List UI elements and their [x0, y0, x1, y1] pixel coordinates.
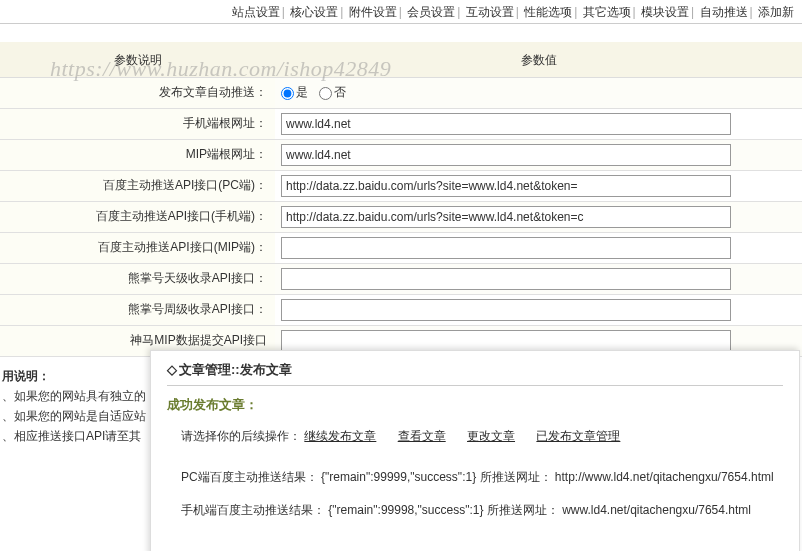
- op-continue-publish[interactable]: 继续发布文章: [304, 429, 376, 443]
- table-row: 熊掌号天级收录API接口：: [0, 263, 802, 294]
- push-result-mobile: 手机端百度主动推送结果： {"remain":99998,"success":1…: [181, 502, 783, 519]
- op-edit-article[interactable]: 更改文章: [467, 429, 515, 443]
- op-view-article[interactable]: 查看文章: [398, 429, 446, 443]
- nav-item[interactable]: 自动推送: [700, 5, 748, 19]
- baidu-push-pc-input[interactable]: [281, 175, 731, 197]
- nav-item[interactable]: 会员设置: [407, 5, 455, 19]
- xiongzhang-daily-input[interactable]: [281, 268, 731, 290]
- row-label: 手机端根网址：: [0, 108, 275, 139]
- usage-notes: 用说明： 、如果您的网站具有独立的 、如果您的网站是自适应站 、相应推送接口AP…: [0, 362, 150, 450]
- top-nav: 站点设置| 核心设置| 附件设置| 会员设置| 互动设置| 性能选项| 其它选项…: [0, 0, 802, 24]
- autopush-radio-group: 是 否: [281, 85, 354, 99]
- nav-item[interactable]: 模块设置: [641, 5, 689, 19]
- table-row: 发布文章自动推送： 是 否: [0, 78, 802, 108]
- usage-title: 用说明：: [2, 369, 50, 383]
- col-header-value: 参数值: [275, 42, 802, 77]
- nav-item[interactable]: 站点设置: [232, 5, 280, 19]
- row-label: 发布文章自动推送：: [0, 78, 275, 108]
- autopush-no[interactable]: 否: [319, 85, 346, 99]
- row-label: 百度主动推送API接口(MIP端)：: [0, 232, 275, 263]
- row-label: 熊掌号天级收录API接口：: [0, 263, 275, 294]
- panel-subtitle: 成功发布文章：: [167, 396, 783, 414]
- shenma-mip-input[interactable]: [281, 330, 731, 352]
- panel-title: 文章管理::发布文章: [167, 361, 783, 386]
- mip-root-url-input[interactable]: [281, 144, 731, 166]
- ops-prefix: 请选择你的后续操作：: [181, 429, 301, 443]
- nav-item[interactable]: 添加新: [758, 5, 794, 19]
- table-header: 参数说明 参数值: [0, 42, 802, 78]
- nav-item[interactable]: 性能选项: [524, 5, 572, 19]
- row-label: 熊掌号周级收录API接口：: [0, 294, 275, 325]
- table-row: 百度主动推送API接口(PC端)：: [0, 170, 802, 201]
- table-row: 熊掌号周级收录API接口：: [0, 294, 802, 325]
- xiongzhang-weekly-input[interactable]: [281, 299, 731, 321]
- table-row: MIP端根网址：: [0, 139, 802, 170]
- row-label: 百度主动推送API接口(PC端)：: [0, 170, 275, 201]
- op-manage-published[interactable]: 已发布文章管理: [536, 429, 620, 443]
- usage-line: 、如果您的网站是自适应站: [2, 409, 146, 423]
- nav-item[interactable]: 附件设置: [349, 5, 397, 19]
- mobile-root-url-input[interactable]: [281, 113, 731, 135]
- publish-result-panel: 文章管理::发布文章 成功发布文章： 请选择你的后续操作： 继续发布文章 查看文…: [150, 350, 800, 551]
- table-row: 百度主动推送API接口(手机端)：: [0, 201, 802, 232]
- push-result-pc: PC端百度主动推送结果： {"remain":99999,"success":1…: [181, 469, 783, 486]
- table-row: 百度主动推送API接口(MIP端)：: [0, 232, 802, 263]
- col-header-label: 参数说明: [0, 42, 275, 77]
- panel-ops: 请选择你的后续操作： 继续发布文章 查看文章 更改文章 已发布文章管理: [181, 428, 783, 445]
- settings-table: 发布文章自动推送： 是 否 手机端根网址： MIP端根网址： 百度主动推送API…: [0, 78, 802, 357]
- nav-item[interactable]: 其它选项: [583, 5, 631, 19]
- nav-item[interactable]: 核心设置: [290, 5, 338, 19]
- autopush-yes[interactable]: 是: [281, 85, 308, 99]
- table-row: 手机端根网址：: [0, 108, 802, 139]
- usage-line: 、相应推送接口API请至其: [2, 429, 141, 443]
- nav-item[interactable]: 互动设置: [466, 5, 514, 19]
- baidu-push-mip-input[interactable]: [281, 237, 731, 259]
- usage-line: 、如果您的网站具有独立的: [2, 389, 146, 403]
- row-label: 百度主动推送API接口(手机端)：: [0, 201, 275, 232]
- row-label: MIP端根网址：: [0, 139, 275, 170]
- baidu-push-mobile-input[interactable]: [281, 206, 731, 228]
